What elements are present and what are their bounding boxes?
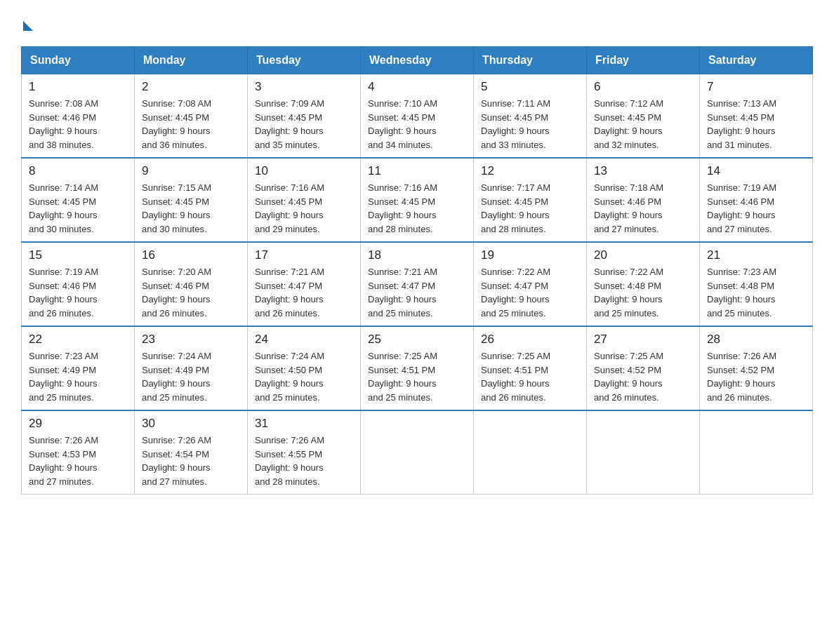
calendar-cell: 13 Sunrise: 7:18 AMSunset: 4:46 PMDaylig… xyxy=(587,158,700,242)
calendar-cell: 29 Sunrise: 7:26 AMSunset: 4:53 PMDaylig… xyxy=(22,410,135,495)
day-info: Sunrise: 7:23 AMSunset: 4:49 PMDaylight:… xyxy=(29,351,98,403)
calendar-cell: 26 Sunrise: 7:25 AMSunset: 4:51 PMDaylig… xyxy=(474,326,587,410)
weekday-header-friday: Friday xyxy=(587,47,700,74)
calendar-cell: 4 Sunrise: 7:10 AMSunset: 4:45 PMDayligh… xyxy=(361,74,474,159)
calendar-cell: 30 Sunrise: 7:26 AMSunset: 4:54 PMDaylig… xyxy=(135,410,248,495)
day-number: 17 xyxy=(255,248,353,262)
day-number: 1 xyxy=(29,80,127,94)
day-number: 15 xyxy=(29,248,127,262)
calendar-cell: 9 Sunrise: 7:15 AMSunset: 4:45 PMDayligh… xyxy=(135,158,248,242)
calendar-cell: 20 Sunrise: 7:22 AMSunset: 4:48 PMDaylig… xyxy=(587,242,700,326)
calendar-cell: 7 Sunrise: 7:13 AMSunset: 4:45 PMDayligh… xyxy=(700,74,813,159)
day-info: Sunrise: 7:24 AMSunset: 4:50 PMDaylight:… xyxy=(255,351,324,403)
weekday-header-sunday: Sunday xyxy=(22,47,135,74)
day-info: Sunrise: 7:12 AMSunset: 4:45 PMDaylight:… xyxy=(594,98,663,150)
day-info: Sunrise: 7:10 AMSunset: 4:45 PMDaylight:… xyxy=(368,98,437,150)
day-info: Sunrise: 7:19 AMSunset: 4:46 PMDaylight:… xyxy=(707,182,776,234)
day-info: Sunrise: 7:22 AMSunset: 4:47 PMDaylight:… xyxy=(481,267,550,318)
calendar-week-row: 29 Sunrise: 7:26 AMSunset: 4:53 PMDaylig… xyxy=(22,410,813,495)
calendar-cell: 23 Sunrise: 7:24 AMSunset: 4:49 PMDaylig… xyxy=(135,326,248,410)
logo-triangle-icon xyxy=(23,21,33,31)
day-number: 28 xyxy=(707,333,805,347)
day-info: Sunrise: 7:21 AMSunset: 4:47 PMDaylight:… xyxy=(368,267,437,318)
day-number: 22 xyxy=(29,333,127,347)
day-info: Sunrise: 7:26 AMSunset: 4:52 PMDaylight:… xyxy=(707,351,776,403)
day-number: 16 xyxy=(142,248,240,262)
day-info: Sunrise: 7:17 AMSunset: 4:45 PMDaylight:… xyxy=(481,182,550,234)
day-number: 19 xyxy=(481,248,579,262)
weekday-header-monday: Monday xyxy=(135,47,248,74)
day-info: Sunrise: 7:24 AMSunset: 4:49 PMDaylight:… xyxy=(142,351,211,403)
weekday-header-saturday: Saturday xyxy=(700,47,813,74)
day-info: Sunrise: 7:14 AMSunset: 4:45 PMDaylight:… xyxy=(29,182,98,234)
calendar-cell: 19 Sunrise: 7:22 AMSunset: 4:47 PMDaylig… xyxy=(474,242,587,326)
day-info: Sunrise: 7:26 AMSunset: 4:55 PMDaylight:… xyxy=(255,435,324,487)
day-number: 12 xyxy=(481,164,579,178)
calendar-week-row: 8 Sunrise: 7:14 AMSunset: 4:45 PMDayligh… xyxy=(22,158,813,242)
day-number: 14 xyxy=(707,164,805,178)
weekday-header-row: SundayMondayTuesdayWednesdayThursdayFrid… xyxy=(22,47,813,74)
day-info: Sunrise: 7:19 AMSunset: 4:46 PMDaylight:… xyxy=(29,267,98,318)
day-number: 7 xyxy=(707,80,805,94)
calendar-week-row: 1 Sunrise: 7:08 AMSunset: 4:46 PMDayligh… xyxy=(22,74,813,159)
day-number: 23 xyxy=(142,333,240,347)
day-info: Sunrise: 7:20 AMSunset: 4:46 PMDaylight:… xyxy=(142,267,211,318)
calendar-cell xyxy=(474,410,587,495)
day-info: Sunrise: 7:13 AMSunset: 4:45 PMDaylight:… xyxy=(707,98,776,150)
day-info: Sunrise: 7:15 AMSunset: 4:45 PMDaylight:… xyxy=(142,182,211,234)
day-info: Sunrise: 7:26 AMSunset: 4:54 PMDaylight:… xyxy=(142,435,211,487)
day-info: Sunrise: 7:11 AMSunset: 4:45 PMDaylight:… xyxy=(481,98,550,150)
calendar-cell: 15 Sunrise: 7:19 AMSunset: 4:46 PMDaylig… xyxy=(22,242,135,326)
day-number: 25 xyxy=(368,333,466,347)
day-info: Sunrise: 7:16 AMSunset: 4:45 PMDaylight:… xyxy=(255,182,324,234)
calendar-cell: 25 Sunrise: 7:25 AMSunset: 4:51 PMDaylig… xyxy=(361,326,474,410)
calendar-cell: 5 Sunrise: 7:11 AMSunset: 4:45 PMDayligh… xyxy=(474,74,587,159)
day-info: Sunrise: 7:25 AMSunset: 4:52 PMDaylight:… xyxy=(594,351,663,403)
day-number: 5 xyxy=(481,80,579,94)
logo xyxy=(21,21,33,32)
day-number: 9 xyxy=(142,164,240,178)
day-info: Sunrise: 7:09 AMSunset: 4:45 PMDaylight:… xyxy=(255,98,324,150)
calendar-cell: 16 Sunrise: 7:20 AMSunset: 4:46 PMDaylig… xyxy=(135,242,248,326)
day-number: 20 xyxy=(594,248,692,262)
calendar-cell xyxy=(361,410,474,495)
calendar-cell: 12 Sunrise: 7:17 AMSunset: 4:45 PMDaylig… xyxy=(474,158,587,242)
calendar-cell: 31 Sunrise: 7:26 AMSunset: 4:55 PMDaylig… xyxy=(248,410,361,495)
calendar-cell: 18 Sunrise: 7:21 AMSunset: 4:47 PMDaylig… xyxy=(361,242,474,326)
weekday-header-thursday: Thursday xyxy=(474,47,587,74)
calendar-cell: 10 Sunrise: 7:16 AMSunset: 4:45 PMDaylig… xyxy=(248,158,361,242)
day-info: Sunrise: 7:23 AMSunset: 4:48 PMDaylight:… xyxy=(707,267,776,318)
weekday-header-wednesday: Wednesday xyxy=(361,47,474,74)
day-number: 27 xyxy=(594,333,692,347)
logo-blue-text xyxy=(21,21,33,32)
day-number: 26 xyxy=(481,333,579,347)
day-number: 13 xyxy=(594,164,692,178)
day-number: 21 xyxy=(707,248,805,262)
calendar-cell: 6 Sunrise: 7:12 AMSunset: 4:45 PMDayligh… xyxy=(587,74,700,159)
day-info: Sunrise: 7:08 AMSunset: 4:45 PMDaylight:… xyxy=(142,98,211,150)
day-number: 6 xyxy=(594,80,692,94)
calendar-cell: 11 Sunrise: 7:16 AMSunset: 4:45 PMDaylig… xyxy=(361,158,474,242)
weekday-header-tuesday: Tuesday xyxy=(248,47,361,74)
day-info: Sunrise: 7:22 AMSunset: 4:48 PMDaylight:… xyxy=(594,267,663,318)
day-number: 29 xyxy=(29,417,127,431)
calendar-cell: 28 Sunrise: 7:26 AMSunset: 4:52 PMDaylig… xyxy=(700,326,813,410)
calendar-cell: 14 Sunrise: 7:19 AMSunset: 4:46 PMDaylig… xyxy=(700,158,813,242)
day-number: 2 xyxy=(142,80,240,94)
day-number: 30 xyxy=(142,417,240,431)
calendar-cell: 17 Sunrise: 7:21 AMSunset: 4:47 PMDaylig… xyxy=(248,242,361,326)
calendar-cell: 22 Sunrise: 7:23 AMSunset: 4:49 PMDaylig… xyxy=(22,326,135,410)
day-info: Sunrise: 7:25 AMSunset: 4:51 PMDaylight:… xyxy=(481,351,550,403)
calendar-cell xyxy=(587,410,700,495)
calendar-cell: 2 Sunrise: 7:08 AMSunset: 4:45 PMDayligh… xyxy=(135,74,248,159)
day-number: 31 xyxy=(255,417,353,431)
calendar-cell xyxy=(700,410,813,495)
calendar-cell: 8 Sunrise: 7:14 AMSunset: 4:45 PMDayligh… xyxy=(22,158,135,242)
day-number: 3 xyxy=(255,80,353,94)
day-info: Sunrise: 7:26 AMSunset: 4:53 PMDaylight:… xyxy=(29,435,98,487)
day-info: Sunrise: 7:08 AMSunset: 4:46 PMDaylight:… xyxy=(29,98,98,150)
page-header xyxy=(21,21,813,32)
calendar-cell: 3 Sunrise: 7:09 AMSunset: 4:45 PMDayligh… xyxy=(248,74,361,159)
day-info: Sunrise: 7:21 AMSunset: 4:47 PMDaylight:… xyxy=(255,267,324,318)
day-info: Sunrise: 7:18 AMSunset: 4:46 PMDaylight:… xyxy=(594,182,663,234)
